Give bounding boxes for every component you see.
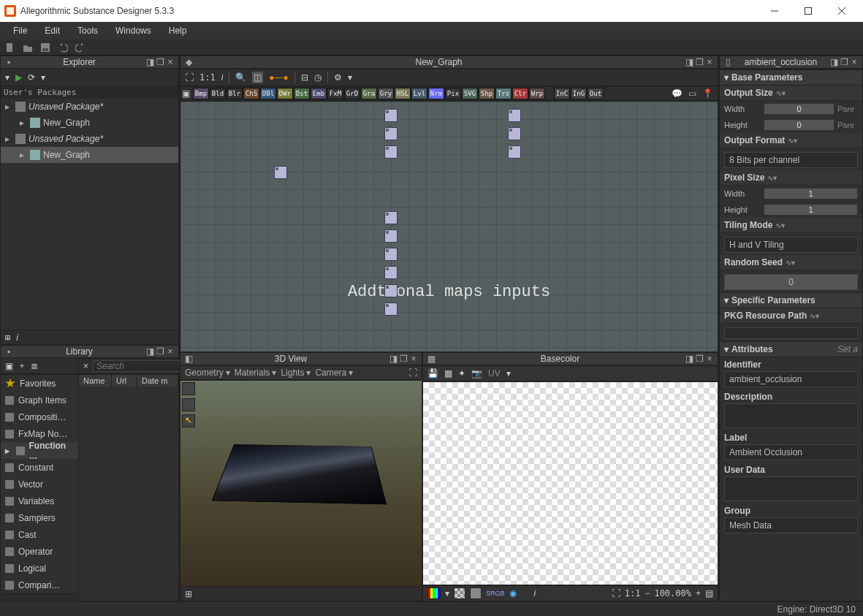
info-icon[interactable]: i <box>221 72 224 83</box>
rgb-dropdown-icon[interactable]: ▾ <box>445 588 449 598</box>
orient-icon[interactable]: ✦ <box>458 368 465 379</box>
random-seed-value[interactable]: 0 <box>724 274 858 290</box>
explorer-dropdown-icon[interactable]: ▾ <box>41 72 45 83</box>
library-category[interactable]: Samplers <box>1 509 78 526</box>
graph-node[interactable] <box>384 109 398 122</box>
px-width-value[interactable]: 1 <box>764 188 858 199</box>
redo-icon[interactable] <box>75 42 86 53</box>
menu-file[interactable]: File <box>6 24 34 37</box>
srgb-label[interactable]: SRGB <box>486 590 505 597</box>
menu-help[interactable]: Help <box>161 24 194 37</box>
output-format-header[interactable]: Output Format∿▾ <box>720 133 862 148</box>
library-category[interactable]: Vector <box>1 476 78 493</box>
graph-node[interactable] <box>384 127 398 140</box>
restore-icon[interactable]: ❐ <box>398 354 408 364</box>
atom-out[interactable]: Out <box>588 88 604 99</box>
specific-params-header[interactable]: ▾ Specific Parameters <box>720 292 862 308</box>
snapshot-icon[interactable]: 📷 <box>471 368 482 379</box>
atom-shp[interactable]: Shp <box>479 88 495 99</box>
library-category[interactable]: Graph Items <box>1 392 78 408</box>
fit-icon[interactable]: ⛶ <box>185 72 194 83</box>
highlight-icon[interactable]: ⊟ <box>301 72 308 83</box>
rgb-swatch-icon[interactable] <box>427 588 441 599</box>
atom-fxm[interactable]: FxM <box>327 88 343 99</box>
tree-item[interactable]: ▸Unsaved Package* <box>1 99 178 115</box>
library-category[interactable]: Operator <box>1 543 78 560</box>
pixel-size-header[interactable]: Pixel Size∿▾ <box>720 170 862 186</box>
gear-icon[interactable]: ⚙ <box>334 72 342 83</box>
atom-dbl[interactable]: DBl <box>260 88 276 99</box>
pkg-path-header[interactable]: PKG Resource Path∿▾ <box>720 308 862 324</box>
close-panel-icon[interactable]: × <box>849 57 859 67</box>
graph-node[interactable] <box>384 303 398 316</box>
px-height-value[interactable]: 1 <box>764 204 858 216</box>
output-format-value[interactable]: 8 Bits per channel <box>724 152 858 168</box>
zoom-icon[interactable]: 🔍 <box>235 72 246 83</box>
restore-icon[interactable]: ❐ <box>155 346 165 357</box>
snap-icon[interactable]: ◫ <box>252 72 263 83</box>
dock-icon[interactable]: ◨ <box>145 346 155 357</box>
tree-item[interactable]: ▸New_Graph <box>1 115 178 131</box>
tiling-header[interactable]: Tiling Mode∿▾ <box>720 218 862 233</box>
width-value[interactable]: 0 <box>764 103 835 115</box>
pin-icon[interactable]: 📍 <box>702 88 713 99</box>
menu-lights[interactable]: Lights ▾ <box>281 368 311 378</box>
base-params-header[interactable]: ▾ Base Parameters <box>720 69 862 85</box>
zoom-in-icon[interactable]: + <box>696 588 701 598</box>
tile-icon[interactable]: ▦ <box>444 368 452 379</box>
graph-node[interactable] <box>508 145 521 159</box>
atoms-toggle-icon[interactable]: ▣ <box>182 88 190 99</box>
cursor-icon[interactable]: ↖ <box>182 414 195 427</box>
close-panel-icon[interactable]: × <box>165 57 175 67</box>
userdata-value[interactable] <box>724 476 858 501</box>
graph-node[interactable] <box>384 284 398 297</box>
viewport-3d[interactable]: ↖ <box>180 380 422 588</box>
label-value[interactable]: Ambient Occlusion <box>724 444 858 460</box>
camera-icon[interactable] <box>182 382 195 395</box>
restore-icon[interactable]: ❐ <box>839 57 849 67</box>
atom-gra[interactable]: Gra <box>361 88 377 99</box>
library-category[interactable]: Compari… <box>1 577 78 593</box>
close-panel-icon[interactable]: × <box>408 354 419 364</box>
atom-blr[interactable]: Blr <box>227 88 243 99</box>
library-category[interactable]: Variables <box>1 493 78 509</box>
atom-bld[interactable]: Bld <box>210 88 226 99</box>
col-url[interactable]: Url <box>112 375 137 387</box>
col-date[interactable]: Date m <box>137 375 178 387</box>
library-category[interactable]: Constant <box>1 459 78 476</box>
graph-node[interactable] <box>274 166 287 179</box>
open-icon[interactable] <box>22 42 34 53</box>
random-seed-header[interactable]: Random Seed∿▾ <box>720 255 862 270</box>
save-image-icon[interactable]: 💾 <box>427 368 438 379</box>
output-size-header[interactable]: Output Size∿▾ <box>720 85 862 101</box>
view3d-expand-icon[interactable]: ⛶ <box>408 368 417 378</box>
restore-icon[interactable]: ❐ <box>694 57 704 67</box>
group-value[interactable]: Mesh Data <box>724 517 858 533</box>
close-panel-icon[interactable]: × <box>704 354 715 364</box>
clear-search-icon[interactable]: × <box>83 361 88 371</box>
maximize-button[interactable] <box>791 0 825 22</box>
library-category[interactable]: Compositi… <box>1 408 78 425</box>
menu-materials[interactable]: Materials ▾ <box>235 368 277 378</box>
atom-pix[interactable]: Pix <box>445 88 461 99</box>
dock-icon[interactable]: ◨ <box>145 57 155 67</box>
restore-icon[interactable]: ❐ <box>694 354 704 364</box>
lib-folder-icon[interactable]: ▣ <box>5 361 13 371</box>
atom-trs[interactable]: Trs <box>495 88 512 99</box>
dock-icon[interactable]: ◨ <box>829 57 839 67</box>
atom-gry[interactable]: Gry <box>378 88 394 99</box>
atom-wrp[interactable]: Wrp <box>529 88 545 99</box>
minimize-button[interactable] <box>758 0 791 22</box>
atom-grd[interactable]: GrD <box>344 88 360 99</box>
fit-icon[interactable]: ⛶ <box>612 588 620 598</box>
dock-icon[interactable]: ◨ <box>388 354 398 364</box>
gear-dropdown-icon[interactable]: ▾ <box>348 72 352 83</box>
dock-icon[interactable]: ◨ <box>684 354 694 364</box>
library-category[interactable]: ▸Function … <box>1 442 78 459</box>
pkg-path-value[interactable] <box>724 327 858 339</box>
uv-dropdown-icon[interactable]: ▾ <box>506 368 511 379</box>
atom-hsl[interactable]: HSL <box>395 88 411 99</box>
menu-edit[interactable]: Edit <box>37 24 67 37</box>
link-icon[interactable]: ●—● <box>269 72 289 83</box>
tree-item[interactable]: ▸Unsaved Package* <box>1 131 178 147</box>
